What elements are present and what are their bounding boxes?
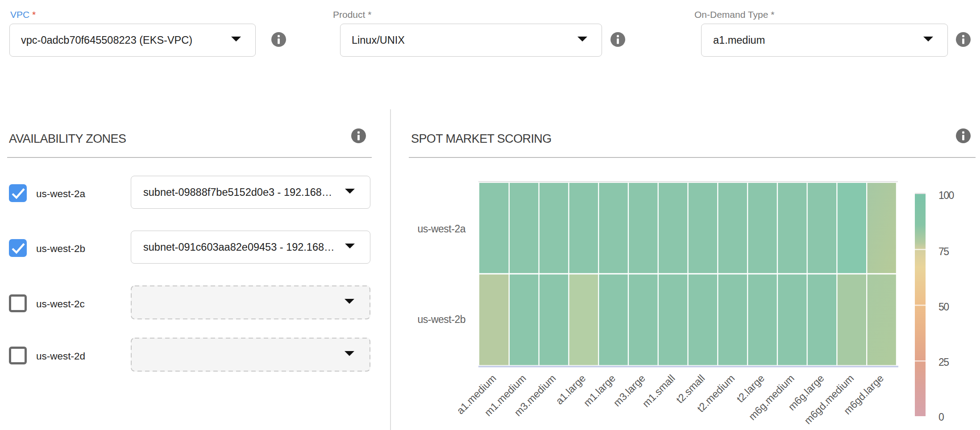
svg-text:50: 50 [938,301,949,313]
svg-text:us-west-2a: us-west-2a [418,223,466,235]
svg-text:75: 75 [938,246,949,257]
svg-text:m1.large: m1.large [581,372,618,409]
svg-text:25: 25 [938,356,949,368]
svg-text:100: 100 [938,190,954,201]
svg-text:0: 0 [938,411,944,423]
svg-text:us-west-2b: us-west-2b [418,314,465,325]
svg-text:m1.small: m1.small [640,372,677,409]
